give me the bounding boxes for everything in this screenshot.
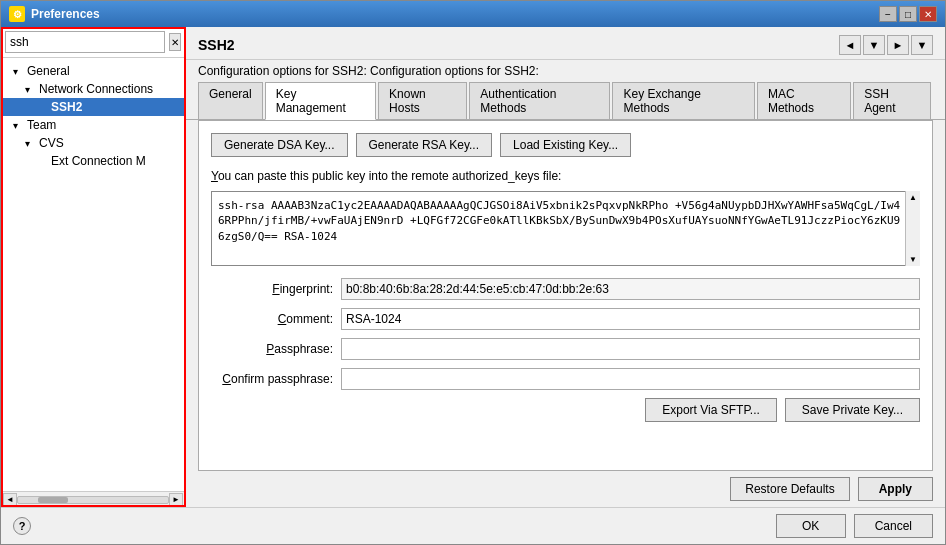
back-dropdown[interactable]: ▼: [863, 35, 885, 55]
maximize-button[interactable]: □: [899, 6, 917, 22]
nav-buttons: ◄ ▼ ► ▼: [839, 35, 933, 55]
scroll-right-arrow[interactable]: ►: [169, 493, 183, 507]
passphrase-row: Passphrase:: [211, 338, 920, 360]
tab-general[interactable]: General: [198, 82, 263, 119]
confirm-passphrase-label: Confirm passphrase:: [211, 372, 341, 386]
passphrase-label: Passphrase:: [211, 342, 341, 356]
scroll-up-arrow[interactable]: ▲: [907, 191, 919, 204]
tab-auth-methods[interactable]: Authentication Methods: [469, 82, 610, 119]
tree-arrow-team: ▾: [13, 120, 23, 131]
title-bar: ⚙ Preferences − □ ✕: [1, 1, 945, 27]
tree-item-ext-connection[interactable]: Ext Connection M: [1, 152, 185, 170]
tree-item-general[interactable]: ▾ General: [1, 62, 185, 80]
scrollbar-track[interactable]: [17, 496, 169, 504]
bottom-bar: Restore Defaults Apply: [186, 471, 945, 507]
right-panel-title: SSH2: [198, 37, 235, 53]
tree-label-cvs: CVS: [39, 136, 64, 150]
tree-item-network-connections[interactable]: ▾ Network Connections: [1, 80, 185, 98]
search-input[interactable]: [5, 31, 165, 53]
cancel-button[interactable]: Cancel: [854, 514, 933, 538]
tree-label-general: General: [27, 64, 70, 78]
apply-button[interactable]: Apply: [858, 477, 933, 501]
left-panel: ✕ ▾ General ▾ Network Connections SSH2: [1, 27, 186, 507]
fingerprint-input[interactable]: [341, 278, 920, 300]
tree-arrow-network: ▾: [25, 84, 35, 95]
preferences-window: ⚙ Preferences − □ ✕ ✕ ▾ General: [0, 0, 946, 545]
config-text-display: Configuration options for SSH2:: [370, 64, 539, 78]
scrollbar-thumb[interactable]: [38, 497, 68, 503]
tab-content-key-management: Generate DSA Key... Generate RSA Key... …: [198, 120, 933, 471]
scroll-left-arrow[interactable]: ◄: [3, 493, 17, 507]
footer: ? OK Cancel: [1, 507, 945, 544]
fingerprint-row: Fingerprint:: [211, 278, 920, 300]
instruction-text: You can paste this public key into the r…: [211, 169, 920, 183]
search-clear-button[interactable]: ✕: [169, 33, 181, 51]
restore-defaults-button[interactable]: Restore Defaults: [730, 477, 849, 501]
tab-ssh-agent-label: SSH Agent: [864, 87, 895, 115]
footer-left: ?: [13, 517, 31, 535]
load-existing-button[interactable]: Load Existing Key...: [500, 133, 631, 157]
tree-label-network-connections: Network Connections: [39, 82, 153, 96]
export-sftp-button[interactable]: Export Via SFTP...: [645, 398, 777, 422]
config-text: Configuration options for SSH2:: [198, 64, 367, 78]
tree-arrow-cvs: ▾: [25, 138, 35, 149]
minimize-button[interactable]: −: [879, 6, 897, 22]
preferences-icon: ⚙: [9, 6, 25, 22]
action-buttons: Export Via SFTP... Save Private Key...: [211, 398, 920, 422]
right-panel: SSH2 ◄ ▼ ► ▼ Configuration options for S…: [186, 27, 945, 507]
back-button[interactable]: ◄: [839, 35, 861, 55]
tree-item-ssh2[interactable]: SSH2: [1, 98, 185, 116]
close-button[interactable]: ✕: [919, 6, 937, 22]
tab-key-exchange[interactable]: Key Exchange Methods: [612, 82, 754, 119]
forward-button[interactable]: ►: [887, 35, 909, 55]
comment-label: Comment:: [211, 312, 341, 326]
generate-rsa-button[interactable]: Generate RSA Key...: [356, 133, 493, 157]
tab-mac-methods-label: MAC Methods: [768, 87, 814, 115]
tree-label-ssh2: SSH2: [51, 100, 82, 114]
tab-known-hosts[interactable]: Known Hosts: [378, 82, 467, 119]
forward-dropdown[interactable]: ▼: [911, 35, 933, 55]
comment-row: Comment:: [211, 308, 920, 330]
confirm-passphrase-input[interactable]: [341, 368, 920, 390]
scroll-down-arrow[interactable]: ▼: [907, 253, 919, 266]
public-key-scrollbar[interactable]: ▲ ▼: [905, 191, 920, 266]
tab-ssh-agent[interactable]: SSH Agent: [853, 82, 931, 119]
fingerprint-label: Fingerprint:: [211, 282, 341, 296]
save-private-key-button[interactable]: Save Private Key...: [785, 398, 920, 422]
confirm-passphrase-row: Confirm passphrase:: [211, 368, 920, 390]
tab-key-management-label: Key Management: [276, 87, 346, 115]
public-key-text: ssh-rsa AAAAB3NzaC1yc2EAAAADAQABAAAAAgQC…: [218, 199, 900, 243]
footer-right: OK Cancel: [776, 514, 933, 538]
tab-key-management[interactable]: Key Management: [265, 82, 376, 120]
config-label: Configuration options for SSH2: Configur…: [186, 60, 945, 82]
tab-general-label: General: [209, 87, 252, 101]
tab-mac-methods[interactable]: MAC Methods: [757, 82, 851, 119]
tree-item-team[interactable]: ▾ Team: [1, 116, 185, 134]
title-bar-left: ⚙ Preferences: [9, 6, 100, 22]
tree-item-cvs[interactable]: ▾ CVS: [1, 134, 185, 152]
tree-arrow-general: ▾: [13, 66, 23, 77]
ok-button[interactable]: OK: [776, 514, 846, 538]
tabs: General Key Management Known Hosts Authe…: [186, 82, 945, 120]
public-key-box[interactable]: ssh-rsa AAAAB3NzaC1yc2EAAAADAQABAAAAAgQC…: [211, 191, 920, 266]
main-content: ✕ ▾ General ▾ Network Connections SSH2: [1, 27, 945, 507]
right-header: SSH2 ◄ ▼ ► ▼: [186, 27, 945, 60]
generate-dsa-button[interactable]: Generate DSA Key...: [211, 133, 348, 157]
tab-auth-methods-label: Authentication Methods: [480, 87, 556, 115]
tree-label-team: Team: [27, 118, 56, 132]
instruction-text-rest: ou can paste this public key into the re…: [218, 169, 562, 183]
tab-key-exchange-label: Key Exchange Methods: [623, 87, 700, 115]
comment-input[interactable]: [341, 308, 920, 330]
key-buttons: Generate DSA Key... Generate RSA Key... …: [211, 133, 920, 157]
help-icon[interactable]: ?: [13, 517, 31, 535]
tab-known-hosts-label: Known Hosts: [389, 87, 426, 115]
search-bar: ✕: [1, 27, 185, 58]
tree-label-ext-connection: Ext Connection M: [51, 154, 146, 168]
public-key-container: ssh-rsa AAAAB3NzaC1yc2EAAAADAQABAAAAAgQC…: [211, 191, 920, 266]
window-title: Preferences: [31, 7, 100, 21]
left-scrollbar[interactable]: ◄ ►: [1, 491, 185, 507]
title-bar-controls: − □ ✕: [879, 6, 937, 22]
tree: ▾ General ▾ Network Connections SSH2 ▾ T…: [1, 58, 185, 491]
passphrase-input[interactable]: [341, 338, 920, 360]
